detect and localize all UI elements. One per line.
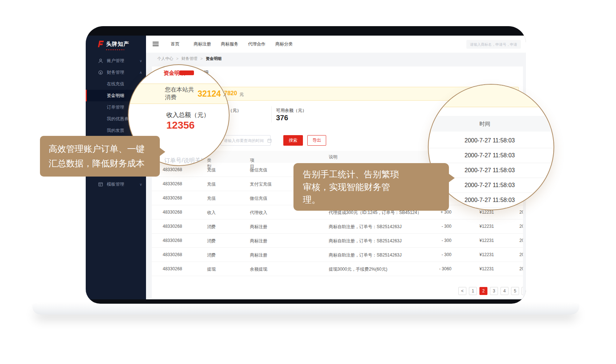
cell-desc: 商标自助注册，订单号：SB2514263J (329, 252, 402, 258)
nav-item[interactable]: 商标服务 (219, 41, 240, 47)
page-prev-button[interactable]: < (458, 287, 466, 295)
cell-project: 余额提现 (250, 266, 267, 272)
chevron-up-icon: ∧ (139, 70, 142, 74)
logo-tagline (106, 49, 124, 50)
header-desc: 说明 (329, 154, 337, 160)
table-row: 48330268 提现 余额提现 提现3000元，手续费2%(60元) - 30… (152, 262, 523, 276)
cell-balance: ¥12231 (454, 266, 494, 271)
nav-items: 首页商标注册商标服务代理合作商标分类 (164, 36, 295, 53)
table-row: 48330268 消费 商标注册 商标自助注册，订单号：SB2514263J -… (152, 234, 523, 248)
callout-line: 高效管理账户订单、一键 (49, 142, 151, 156)
nav-item[interactable]: 商标分类 (273, 41, 295, 47)
table-row: 48330268 消费 商标注册 商标自助注册，订单号：SB2514263J -… (152, 248, 523, 262)
breadcrumb-section[interactable]: 财务管理 (182, 56, 198, 61)
cell-project: 支付宝充值 (250, 181, 272, 187)
cell-type: 消费 (207, 252, 216, 258)
magnified-consumption-amount: 32124 (198, 89, 221, 99)
date-input[interactable] (220, 135, 271, 146)
page-number-button[interactable]: 5 (511, 287, 519, 295)
cell-balance: ¥12231 (454, 210, 494, 215)
sidebar-item-finance[interactable]: 财务管理 ∧ (86, 66, 146, 78)
cell-time: 2000-7-27 11:58:03 (519, 238, 523, 243)
cell-desc: 提现3000元，手续费2%(60元) (329, 266, 387, 272)
balance-value: 376 (276, 114, 288, 122)
page-number-button[interactable]: 1 (469, 287, 477, 295)
page-number-button[interactable]: 4 (500, 287, 508, 295)
logo: 头牌知产 (97, 40, 129, 48)
magnified-income-label: 收入总额（元） (166, 111, 210, 119)
callout-right: 告别手工统计、告别繁琐审核，实现智能财务管理。 (293, 163, 449, 211)
logo-icon (97, 40, 104, 48)
cell-type: 消费 (207, 238, 216, 244)
breadcrumb-home[interactable]: 个人中心 (157, 56, 173, 61)
callout-left: 高效管理账户订单、一键汇总数据，降低财务成本 (40, 136, 160, 177)
export-button[interactable]: 导出 (307, 135, 326, 146)
cell-order: 48330268 (163, 181, 182, 186)
callout-line: 汇总数据，降低财务成本 (49, 156, 151, 171)
magnified-time-row: 2000-7-27 11:58:03 (429, 133, 554, 148)
sidebar-item-templates[interactable]: 模板管理 ∨ (86, 178, 146, 190)
callout-line: 告别手工统计、告别繁琐 (303, 168, 439, 181)
cell-type: 充值 (207, 181, 216, 187)
nav-item[interactable]: 代理合作 (246, 41, 268, 47)
cell-project: 微信充值 (250, 167, 267, 173)
user-icon (98, 58, 104, 64)
divider (271, 106, 272, 122)
wallet-icon (98, 69, 104, 75)
cell-project: 商标注册 (250, 238, 267, 244)
magnified-time-row: 2000-7-27 11:58:03 (429, 148, 554, 163)
callout-line: 理。 (303, 193, 439, 206)
cell-type: 收入 (207, 210, 216, 216)
breadcrumb-current: 资金明细 (206, 56, 222, 61)
cell-desc: 商标自助注册，订单号：SB2514263J (329, 238, 402, 244)
cell-order: 48330268 (163, 195, 182, 201)
cell-time: 2000-7-27 11:58:03 (519, 252, 523, 257)
cell-order: 48330268 (163, 210, 182, 215)
nav-item[interactable]: 首页 (164, 41, 186, 47)
cell-amount: - 300 (408, 224, 451, 229)
table-row: 48330268 消费 商标注册 商标自助注册，订单号：SB2514263J -… (152, 219, 523, 234)
cell-desc: 商标自助注册，订单号：SB2514263J (329, 224, 402, 230)
magnified-tab-pill (179, 70, 194, 75)
magnified-banner: 您在本站共消费 32124 元 (129, 84, 229, 104)
caret-down-icon: ∨ (208, 157, 211, 161)
cell-time: 2000-7-27 11:58:03 (519, 224, 523, 229)
cell-time: 2000-7-27 11:58:03 (519, 266, 523, 271)
template-icon (98, 181, 104, 187)
cell-time: 2000-7-27 11:58:03 (519, 210, 523, 215)
cell-project: 商标注册 (250, 252, 267, 258)
page: 头牌知产 账户管理 ∨ 财务管理 ∧ (0, 0, 616, 364)
cell-balance: ¥12231 (454, 238, 494, 243)
menu-icon[interactable] (153, 42, 159, 46)
cell-type: 提现 (207, 266, 216, 272)
cell-project: 商标注册 (250, 224, 267, 230)
cell-type: 充值 (207, 167, 216, 173)
consumption-amount: 7820 (224, 90, 237, 97)
magnified-income-value: 12356 (166, 120, 195, 131)
laptop-base (32, 304, 579, 315)
cell-balance: ¥12231 (454, 224, 494, 229)
cell-order: 48330268 (163, 266, 182, 271)
magnified-time-header: 时间 (429, 116, 554, 132)
cell-amount: - 300 (408, 238, 451, 243)
page-next-button[interactable]: > (522, 287, 523, 295)
cell-amount: - 3060 (408, 266, 451, 271)
cell-order: 48330268 (163, 167, 182, 172)
sidebar-item-account[interactable]: 账户管理 ∨ (86, 55, 146, 66)
cell-project: 代理收入 (250, 210, 267, 216)
pagination: < 12345 > (458, 287, 523, 295)
chevron-down-icon: ∨ (139, 59, 142, 63)
page-number-button[interactable]: 2 (479, 287, 487, 295)
callout-line: 审核，实现智能财务管 (303, 181, 439, 193)
cell-type: 消费 (207, 224, 216, 230)
search-button[interactable]: 搜索 (283, 135, 303, 146)
page-number-button[interactable]: 3 (490, 287, 498, 295)
brand-name: 头牌知产 (106, 40, 129, 48)
cell-order: 48330268 (163, 224, 182, 229)
top-nav: 首页商标注册商标服务代理合作商标分类 (146, 36, 526, 53)
chevron-down-icon: ∨ (139, 182, 142, 186)
cell-balance: ¥12231 (454, 252, 494, 257)
breadcrumb: 个人中心 > 财务管理 > 资金明细 (146, 53, 526, 64)
nav-item[interactable]: 商标注册 (191, 41, 213, 47)
search-input[interactable] (466, 40, 521, 49)
